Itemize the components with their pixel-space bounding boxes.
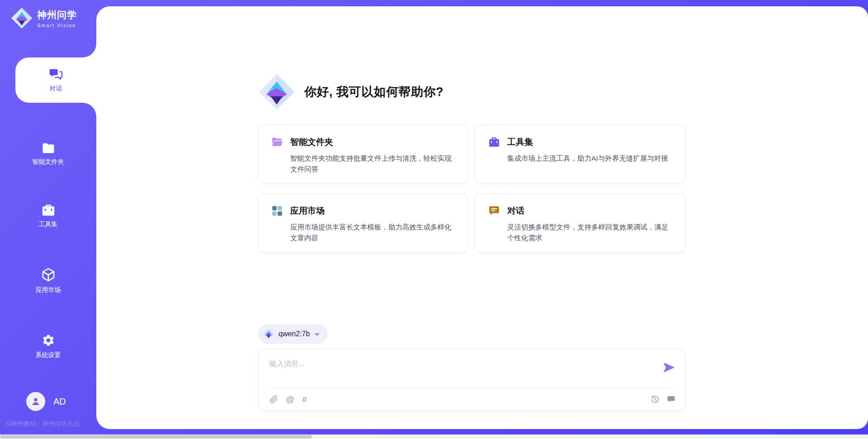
card-title: 智能文件夹 [290, 136, 333, 148]
send-button[interactable] [663, 362, 675, 373]
card-title: 应用市场 [290, 205, 325, 217]
brand-title: 神州问学 [37, 9, 77, 21]
card-app-market[interactable]: 应用市场 应用市场提供丰富长文本模板，助力高效生成多样化文章内容 [258, 194, 468, 253]
history-button[interactable] [651, 395, 660, 404]
main-content: 你好, 我可以如何帮助你? 智能文件夹 智能文件夹功能支持批量文件上传与清洗，轻… [258, 6, 685, 429]
composer-toolbar: @ # [269, 388, 675, 410]
greeting-gem-icon [258, 73, 295, 110]
card-description: 灵活切换多模型文件，支持多样回复效果调试，满足个性化需求 [507, 222, 672, 243]
app-window: 神州问学 Smart Vision 对话 智能文件夹 工具 [0, 0, 868, 439]
new-chat-button[interactable] [667, 395, 675, 404]
chat-icon [488, 205, 500, 216]
card-description: 应用市场提供丰富长文本模板，助力高效生成多样化文章内容 [290, 222, 455, 243]
chevron-down-icon [314, 331, 321, 338]
user-menu[interactable]: AD [26, 392, 66, 411]
paperclip-icon [269, 395, 278, 404]
sidebar-item-label: 应用市场 [36, 286, 61, 294]
folder-icon [42, 142, 55, 154]
card-title: 对话 [507, 205, 524, 217]
sidebar: 神州问学 Smart Vision 对话 智能文件夹 工具 [0, 0, 96, 434]
card-description: 集成市场上主流工具，助力AI与外界无缝扩展与对接 [507, 153, 672, 164]
user-name: AD [53, 396, 66, 407]
gear-icon [42, 334, 55, 347]
horizontal-scrollbar[interactable] [0, 434, 868, 439]
model-name: qwen2:7b [278, 330, 310, 338]
mention-button[interactable]: @ [286, 395, 294, 404]
sidebar-item-label: 智能文件夹 [33, 158, 64, 166]
grid-icon [271, 205, 283, 217]
chat-bubbles-icon [49, 68, 63, 81]
message-composer: @ # [258, 348, 685, 411]
card-description: 智能文件夹功能支持批量文件上传与清洗，轻松实现文件问答 [290, 153, 455, 175]
sidebar-item-chat[interactable]: 对话 [15, 57, 96, 103]
message-input[interactable] [269, 357, 654, 371]
main-panel: 你好, 我可以如何帮助你? 智能文件夹 智能文件夹功能支持批量文件上传与清洗，轻… [96, 6, 868, 429]
brand-subtitle: Smart Vision [37, 23, 77, 28]
greeting-row: 你好, 我可以如何帮助你? [258, 73, 443, 110]
copyright-text: ©神州数码 · 神州问学出品 [6, 420, 80, 428]
card-chat[interactable]: 对话 灵活切换多模型文件，支持多样回复效果调试，满足个性化需求 [475, 194, 685, 253]
user-icon [30, 396, 41, 407]
sidebar-item-label: 系统设置 [36, 351, 61, 359]
sidebar-item-apps[interactable]: 应用市场 [0, 258, 96, 303]
folder-open-icon [271, 137, 283, 148]
briefcase-icon [42, 204, 55, 216]
card-smart-folders[interactable]: 智能文件夹 智能文件夹功能支持批量文件上传与清洗，轻松实现文件问答 [258, 125, 468, 184]
card-title: 工具集 [507, 136, 533, 148]
horizontal-scrollbar-thumb[interactable] [0, 435, 312, 439]
comment-icon [667, 395, 675, 404]
model-selector[interactable]: qwen2:7b [258, 324, 328, 344]
sidebar-item-tools[interactable]: 工具集 [0, 193, 96, 239]
sidebar-item-settings[interactable]: 系统设置 [0, 324, 96, 369]
avatar [26, 392, 45, 411]
sidebar-item-label: 对话 [50, 85, 62, 93]
history-icon [651, 395, 660, 404]
send-icon [663, 362, 675, 373]
brand-logo: 神州问学 Smart Vision [11, 7, 77, 29]
greeting-text: 你好, 我可以如何帮助你? [304, 84, 443, 100]
brand-gem-icon [11, 7, 33, 29]
sidebar-item-folders[interactable]: 智能文件夹 [0, 131, 96, 177]
model-gem-icon [263, 328, 274, 340]
cube-icon [41, 267, 56, 282]
attach-file-button[interactable] [269, 395, 278, 404]
feature-cards: 智能文件夹 智能文件夹功能支持批量文件上传与清洗，轻松实现文件问答 工具集 [258, 125, 685, 253]
card-toolset[interactable]: 工具集 集成市场上主流工具，助力AI与外界无缝扩展与对接 [475, 125, 685, 184]
sidebar-item-label: 工具集 [39, 220, 58, 229]
topic-button[interactable]: # [302, 395, 307, 404]
briefcase-icon [488, 136, 500, 148]
